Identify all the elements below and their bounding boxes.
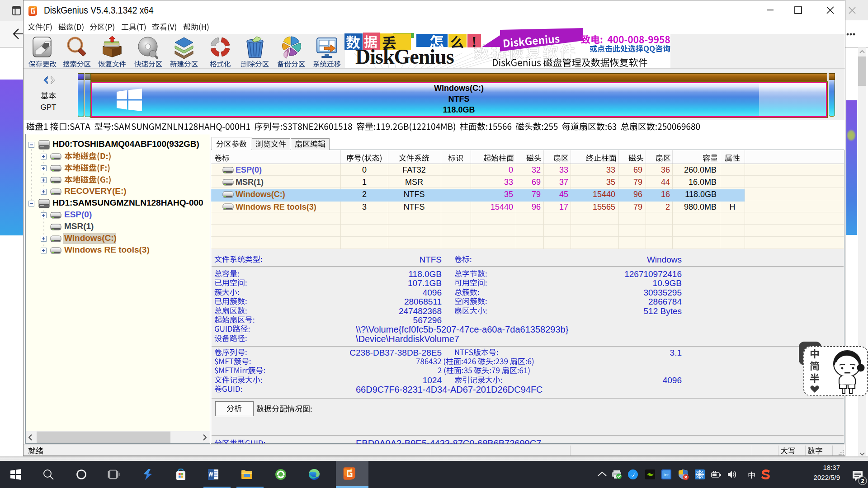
svg-text:2: 2	[861, 478, 864, 484]
svg-text:int: int	[664, 473, 669, 477]
